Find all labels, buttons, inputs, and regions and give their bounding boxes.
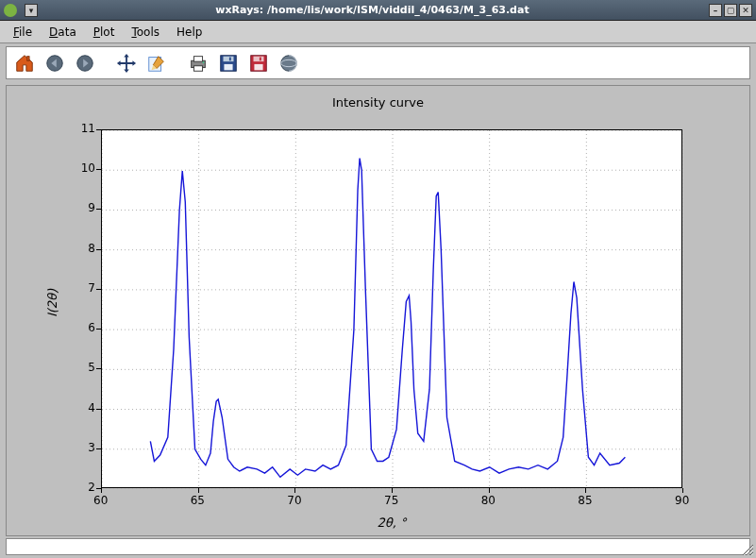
edit-button[interactable]: [144, 51, 169, 76]
print-icon: [188, 53, 209, 74]
home-button[interactable]: [12, 51, 37, 76]
y-tick-label: 6: [75, 321, 95, 334]
y-tick-label: 9: [75, 201, 95, 214]
y-tick-label: 8: [75, 242, 95, 255]
y-tick-label: 5: [75, 361, 95, 374]
svg-point-7: [203, 61, 205, 63]
svg-rect-13: [254, 56, 264, 60]
x-axis-label: 2θ, °: [378, 516, 407, 530]
plot-title: Intensity curve: [24, 95, 732, 110]
y-tick-label: 11: [75, 122, 95, 135]
x-tick-label: 70: [287, 494, 301, 507]
toolbar: [6, 46, 750, 79]
y-tick-label: 2: [75, 481, 95, 494]
forward-button[interactable]: [73, 51, 97, 76]
menu-data[interactable]: Data: [42, 24, 84, 41]
menubar: File Data Plot Tools Help: [0, 21, 756, 43]
menu-tools[interactable]: Tools: [124, 24, 167, 41]
plot-frame: [101, 129, 682, 488]
x-tick-label: 80: [481, 494, 496, 507]
svg-rect-6: [193, 65, 202, 71]
forward-icon: [75, 53, 95, 74]
x-tick-label: 75: [384, 494, 398, 507]
print-button[interactable]: [186, 51, 210, 76]
edit-icon: [146, 53, 167, 74]
svg-rect-9: [224, 56, 234, 60]
window-title: wxRays: /home/lis/work/ISM/viddil_4/0463…: [38, 4, 707, 16]
app-icon: [4, 4, 17, 17]
globe-icon: [278, 53, 299, 74]
svg-rect-0: [27, 56, 29, 60]
pan-icon: [116, 53, 137, 74]
titlebar: ▾ wxRays: /home/lis/work/ISM/viddil_4/04…: [0, 0, 756, 21]
y-tick-label: 10: [75, 161, 95, 175]
y-tick-label: 3: [75, 441, 95, 454]
x-tick-label: 85: [578, 494, 592, 507]
maximize-button[interactable]: ▢: [724, 4, 737, 17]
save-button[interactable]: [216, 51, 241, 76]
close-button[interactable]: ✕: [739, 4, 752, 17]
plot-area[interactable]: Intensity curve I(2θ) 2θ, ° 606570758085…: [6, 85, 750, 536]
svg-rect-14: [254, 63, 262, 69]
globe-button[interactable]: [277, 51, 301, 76]
menu-plot[interactable]: Plot: [86, 24, 123, 41]
back-button[interactable]: [42, 51, 67, 76]
save-floppy-icon: [218, 53, 239, 74]
menu-help[interactable]: Help: [169, 24, 210, 41]
y-axis-label: I(2θ): [45, 289, 59, 317]
window-menu-button[interactable]: ▾: [25, 4, 38, 17]
home-icon: [14, 53, 35, 74]
chart-canvas: [102, 130, 683, 489]
back-icon: [44, 53, 65, 74]
x-tick-label: 65: [191, 494, 205, 507]
svg-rect-15: [260, 57, 261, 60]
pan-button[interactable]: [114, 51, 139, 76]
svg-rect-5: [193, 56, 202, 60]
resize-grip-icon[interactable]: [741, 543, 754, 556]
svg-rect-10: [224, 63, 232, 69]
svg-rect-11: [229, 57, 231, 60]
save-image-icon: [248, 53, 269, 74]
x-tick-label: 60: [93, 494, 108, 507]
menu-file[interactable]: File: [6, 24, 40, 41]
minimize-button[interactable]: –: [709, 4, 722, 17]
save-image-button[interactable]: [246, 51, 271, 76]
y-tick-label: 4: [75, 401, 95, 414]
y-tick-label: 7: [75, 281, 95, 295]
x-tick-label: 90: [675, 494, 689, 507]
status-bar: [6, 538, 750, 555]
